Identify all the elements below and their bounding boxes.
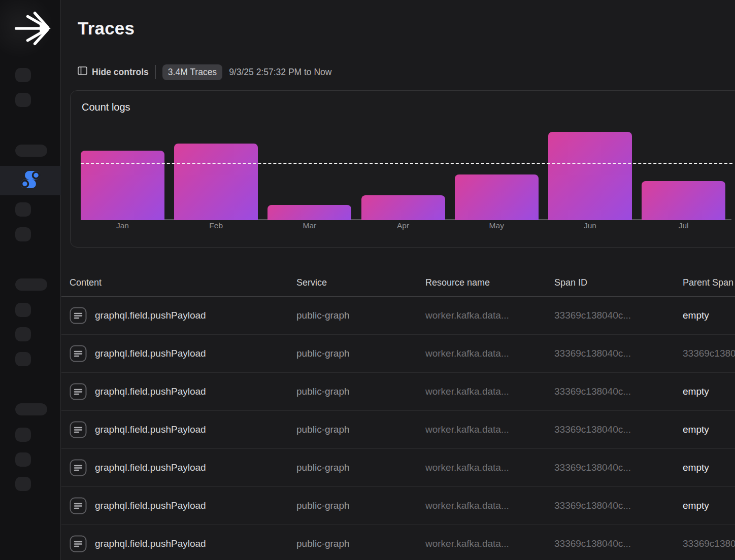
table-row[interactable]: graphql.field.pushPayloadpublic-graphwor… — [61, 297, 735, 335]
table-row[interactable]: graphql.field.pushPayloadpublic-graphwor… — [61, 373, 735, 411]
cell-content: graphql.field.pushPayload — [61, 535, 296, 552]
sidebar-item-placeholder[interactable] — [15, 303, 31, 317]
x-tick-label: Mar — [268, 221, 351, 230]
cell-service: public-graph — [296, 348, 425, 359]
log-lines-icon — [70, 535, 87, 552]
column-header-resource-name[interactable]: Resource name — [425, 277, 554, 288]
average-dashed-line — [81, 163, 732, 164]
x-tick-label: Jun — [548, 221, 632, 230]
log-lines-icon — [70, 459, 87, 476]
bars-group — [81, 132, 725, 220]
cell-resource-name: worker.kafka.data... — [425, 386, 554, 397]
traces-table: ContentServiceResource nameSpan IDParent… — [61, 269, 735, 560]
log-lines-icon — [70, 421, 87, 438]
cell-content: graphql.field.pushPayload — [61, 383, 296, 400]
sidebar-item-active[interactable] — [0, 166, 61, 195]
cell-service: public-graph — [296, 310, 425, 321]
sidebar-item-placeholder[interactable] — [15, 68, 31, 82]
cell-content: graphql.field.pushPayload — [61, 421, 296, 438]
column-header-service[interactable]: Service — [296, 277, 425, 288]
bar-may[interactable] — [455, 174, 539, 220]
sidebar-item-placeholder[interactable] — [15, 93, 31, 107]
x-tick-label: Feb — [174, 221, 258, 230]
table-row[interactable]: graphql.field.pushPayloadpublic-graphwor… — [61, 487, 735, 525]
log-lines-icon — [70, 383, 87, 400]
cell-resource-name: worker.kafka.data... — [425, 310, 554, 321]
cell-content: graphql.field.pushPayload — [61, 307, 296, 324]
cell-service: public-graph — [296, 424, 425, 435]
cell-service: public-graph — [296, 500, 425, 511]
table-row[interactable]: graphql.field.pushPayloadpublic-graphwor… — [61, 335, 735, 373]
sidebar-item-placeholder[interactable] — [15, 145, 47, 157]
table-row[interactable]: graphql.field.pushPayloadpublic-graphwor… — [61, 411, 735, 449]
sidebar-item-placeholder[interactable] — [15, 403, 47, 415]
column-header-span-id[interactable]: Span ID — [554, 277, 683, 288]
cell-parent-span-id: empty — [683, 310, 735, 321]
table-body: graphql.field.pushPayloadpublic-graphwor… — [61, 297, 735, 560]
sidebar-item-placeholder[interactable] — [15, 202, 31, 217]
bar-mar[interactable] — [268, 205, 351, 220]
x-tick-label: May — [455, 221, 539, 230]
hide-controls-button[interactable]: Hide controls — [78, 66, 149, 78]
bar-feb[interactable] — [174, 144, 258, 220]
controls-bar: Hide controls 3.4M Traces 9/3/25 2:57:32… — [78, 63, 331, 81]
bar-chart — [71, 122, 735, 220]
column-header-parent-span-id[interactable]: Parent Span ID — [683, 277, 735, 288]
controls-divider — [155, 65, 156, 79]
hide-controls-label: Hide controls — [92, 67, 149, 78]
cell-parent-span-id: empty — [683, 424, 735, 435]
cell-content: graphql.field.pushPayload — [61, 497, 296, 514]
toggles-icon — [19, 168, 42, 193]
cell-span-id: 33369c138040c... — [554, 500, 683, 511]
x-axis-labels: JanFebMarAprMayJunJul — [81, 221, 725, 230]
bar-jul[interactable] — [642, 181, 725, 220]
cell-service: public-graph — [296, 462, 425, 473]
cell-parent-span-id: 33369c138040c... — [683, 348, 735, 359]
cell-span-id: 33369c138040c... — [554, 386, 683, 397]
cell-parent-span-id: empty — [683, 462, 735, 473]
x-tick-label: Jan — [81, 221, 164, 230]
trace-count-badge[interactable]: 3.4M Traces — [162, 64, 222, 80]
cell-resource-name: worker.kafka.data... — [425, 462, 554, 473]
log-lines-icon — [70, 345, 87, 362]
count-logs-card: Count logs JanFebMarAprMayJunJul — [70, 90, 735, 248]
app-logo-arrow-icon[interactable] — [13, 11, 52, 46]
cell-span-id: 33369c138040c... — [554, 348, 683, 359]
cell-resource-name: worker.kafka.data... — [425, 500, 554, 511]
cell-span-id: 33369c138040c... — [554, 538, 683, 549]
chart-title: Count logs — [82, 101, 735, 113]
x-tick-label: Apr — [361, 221, 445, 230]
sidebar — [0, 0, 61, 560]
table-row[interactable]: graphql.field.pushPayloadpublic-graphwor… — [61, 449, 735, 487]
cell-parent-span-id: empty — [683, 500, 735, 511]
sidebar-item-placeholder[interactable] — [15, 477, 31, 491]
page-title: Traces — [78, 18, 135, 39]
table-row[interactable]: graphql.field.pushPayloadpublic-graphwor… — [61, 525, 735, 560]
cell-parent-span-id: empty — [683, 386, 735, 397]
sidebar-item-placeholder[interactable] — [15, 428, 31, 442]
column-header-content[interactable]: Content — [61, 277, 296, 288]
cell-resource-name: worker.kafka.data... — [425, 538, 554, 549]
cell-service: public-graph — [296, 538, 425, 549]
sidebar-item-placeholder[interactable] — [15, 452, 31, 467]
sidebar-item-placeholder[interactable] — [15, 327, 31, 341]
cell-content: graphql.field.pushPayload — [61, 345, 296, 362]
sidebar-item-placeholder[interactable] — [15, 227, 31, 241]
cell-span-id: 33369c138040c... — [554, 310, 683, 321]
x-tick-label: Jul — [642, 221, 725, 230]
bar-apr[interactable] — [361, 195, 445, 220]
time-range-label[interactable]: 9/3/25 2:57:32 PM to Now — [229, 67, 331, 78]
cell-resource-name: worker.kafka.data... — [425, 424, 554, 435]
panel-left-icon — [78, 66, 87, 78]
log-lines-icon — [70, 307, 87, 324]
cell-resource-name: worker.kafka.data... — [425, 348, 554, 359]
cell-parent-span-id: 33369c138040c... — [683, 538, 735, 549]
table-header-row: ContentServiceResource nameSpan IDParent… — [61, 269, 735, 297]
cell-content: graphql.field.pushPayload — [61, 459, 296, 476]
sidebar-item-placeholder[interactable] — [15, 352, 31, 366]
sidebar-item-placeholder[interactable] — [15, 278, 47, 291]
bar-jan[interactable] — [81, 151, 164, 220]
cell-service: public-graph — [296, 386, 425, 397]
bar-jun[interactable] — [548, 132, 632, 220]
log-lines-icon — [70, 497, 87, 514]
